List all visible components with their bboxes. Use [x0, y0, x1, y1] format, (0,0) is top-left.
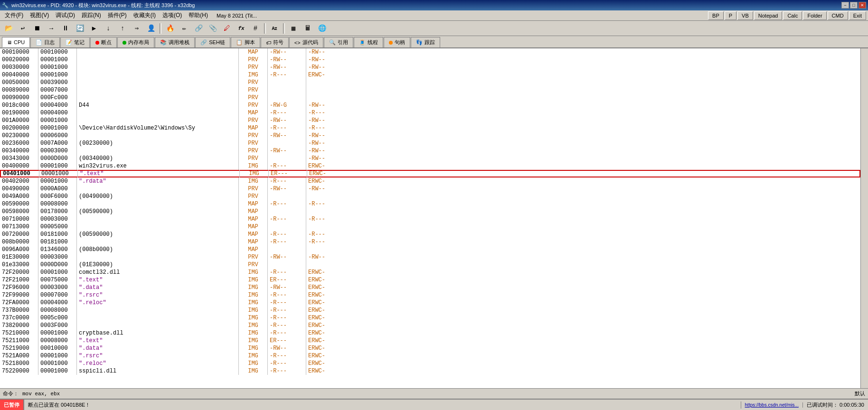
- table-row[interactable]: 01e33000 0000D000 (01E30000) PRV: [0, 261, 860, 269]
- table-row[interactable]: 00050000 00039000 PRV: [0, 79, 860, 86]
- menu-view[interactable]: 视图(V): [27, 10, 52, 20]
- menu-options[interactable]: 选项(O): [160, 10, 185, 20]
- table-row[interactable]: 72F99000 00007000 ".rsrc" IMG -R--- ERWC…: [0, 291, 860, 299]
- toolbar-step-out[interactable]: ↑: [116, 22, 129, 35]
- table-row[interactable]: 00010000 00010000 MAP -RW-- -RW--: [0, 48, 860, 56]
- btn-cmd[interactable]: CMD: [828, 11, 848, 20]
- menu-file[interactable]: 文件(F): [2, 10, 26, 20]
- table-row[interactable]: 00343000 0000D000 (00340000) PRV -RW--: [0, 155, 860, 162]
- btn-p[interactable]: P: [725, 11, 736, 20]
- cmd-input[interactable]: mov eax, ebx: [22, 391, 851, 397]
- table-row[interactable]: 00200000 00001000 \Device\HarddiskVolume…: [0, 124, 860, 132]
- table-row[interactable]: 75219000 00010000 ".data" IMG -RW-- ERWC…: [0, 345, 860, 352]
- table-row[interactable]: 0018c000 00004000 D44 PRV -RW-G -RW--: [0, 102, 860, 109]
- table-row[interactable]: 72F21000 00075000 ".text" IMG ER--- ERWC…: [0, 276, 860, 284]
- table-row[interactable]: 00490000 0000A000 PRV -RW-- -RW--: [0, 185, 860, 193]
- table-row[interactable]: 0049A000 000F6000 (00490000) PRV: [0, 193, 860, 200]
- toolbar-undo[interactable]: ↩: [16, 22, 29, 35]
- table-row[interactable]: 01E30000 00003000 PRV -RW-- -RW--: [0, 253, 860, 261]
- table-row[interactable]: 75220000 00001000 sspicli.dll IMG -R--- …: [0, 367, 860, 375]
- table-row[interactable]: 0096A000 01346000 (008b0000) MAP: [0, 246, 860, 253]
- minimize-button[interactable]: −: [841, 2, 849, 9]
- toolbar-table[interactable]: ▦: [287, 22, 300, 35]
- toolbar-run-to[interactable]: ⇒: [130, 22, 143, 35]
- btn-folder[interactable]: Folder: [803, 11, 826, 20]
- table-row[interactable]: 00190000 00004000 MAP -R--- -R---: [0, 109, 860, 117]
- tab-memory[interactable]: 内存布局: [117, 37, 154, 47]
- table-row[interactable]: 00720000 00181000 (00590000) MAP -R--- -…: [0, 231, 860, 238]
- tab-trace[interactable]: 👣 跟踪: [411, 37, 440, 47]
- menu-debug[interactable]: 调试(D): [53, 10, 78, 20]
- toolbar-refresh[interactable]: 🔄: [73, 22, 86, 35]
- btn-calc[interactable]: Calc: [783, 11, 802, 20]
- table-row[interactable]: 7521A000 00001000 ".rsrc" IMG -R--- ERWC…: [0, 352, 860, 360]
- btn-bp[interactable]: BP: [708, 11, 724, 20]
- table-row[interactable]: 00710000 00003000 MAP -R--- -R---: [0, 215, 860, 223]
- toolbar-hash[interactable]: #: [249, 22, 262, 35]
- scrollbar-panel[interactable]: [860, 48, 868, 388]
- toolbar-erase[interactable]: ✏️: [178, 22, 191, 35]
- table-row[interactable]: 00030000 00001000 PRV -RW-- -RW--: [0, 64, 860, 71]
- tab-callstack[interactable]: 📚 调用堆栈: [155, 37, 195, 47]
- tab-cpu[interactable]: 🖥 CPU: [2, 37, 30, 47]
- toolbar-fire[interactable]: 🔥: [163, 22, 177, 35]
- table-row[interactable]: 72F96000 00003000 ".data" IMG -RW-- ERWC…: [0, 284, 860, 291]
- table-row[interactable]: 72F20000 00001000 comctl32.dll IMG -R---…: [0, 269, 860, 276]
- table-row[interactable]: 73820000 0003F000 IMG -R--- ERWC-: [0, 322, 860, 329]
- table-row[interactable]: 00090000 000Fc000 PRV: [0, 94, 860, 102]
- toolbar-calc[interactable]: 🖩: [301, 22, 314, 35]
- btn-notepad[interactable]: Notepad: [754, 11, 783, 20]
- toolbar-globe[interactable]: 🌐: [315, 22, 329, 35]
- tab-breakpoint[interactable]: 断点: [90, 37, 117, 47]
- toolbar-pause[interactable]: ⏸: [59, 22, 72, 35]
- toolbar-open[interactable]: 📂: [2, 22, 15, 35]
- memory-table[interactable]: 00010000 00010000 MAP -RW-- -RW-- 000200…: [0, 48, 860, 388]
- table-row[interactable]: 75210000 00001000 cryptbase.dll IMG -R--…: [0, 329, 860, 337]
- toolbar-patch[interactable]: 📎: [206, 22, 219, 35]
- status-link[interactable]: https://bbs.csdn.net/mis...: [741, 402, 803, 408]
- menu-trace[interactable]: 跟踪(N): [79, 10, 104, 20]
- table-row[interactable]: 00020000 00001000 PRV -RW-- -RW--: [0, 56, 860, 64]
- table-row[interactable]: 00598000 00178000 (00590000) MAP: [0, 208, 860, 215]
- table-row[interactable]: 72FA0000 00004000 ".reloc" IMG -R--- ERW…: [0, 299, 860, 307]
- table-row[interactable]: 00236000 0007A000 (00230000) PRV -RW--: [0, 140, 860, 147]
- menu-favorites[interactable]: 收藏夹(I): [131, 10, 159, 20]
- toolbar-az[interactable]: Aᴢ: [268, 22, 281, 35]
- table-row[interactable]: 00089000 00007000 PRV: [0, 86, 860, 94]
- tab-reference[interactable]: 🔍 引用: [324, 37, 353, 47]
- table-row[interactable]: 008b0000 00181000 MAP -R--- -R---: [0, 238, 860, 246]
- menu-plugin[interactable]: 插件(P): [105, 10, 130, 20]
- table-row[interactable]: 00590000 00008000 MAP -R--- -R---: [0, 200, 860, 208]
- table-row[interactable]: 00340000 00003000 PRV -RW-- -RW--: [0, 147, 860, 155]
- table-row[interactable]: 737c0000 0005c000 IMG -R--- ERWC-: [0, 314, 860, 322]
- toolbar-pen[interactable]: 🖊: [220, 22, 234, 35]
- toolbar-link[interactable]: 🔗: [192, 22, 205, 35]
- table-row[interactable]: 737B0000 00008000 IMG -R--- ERWC-: [0, 307, 860, 314]
- table-row[interactable]: 00040000 00001000 IMG -R--- ERWC-: [0, 71, 860, 79]
- toolbar-step-in[interactable]: ↓: [102, 22, 115, 35]
- close-button[interactable]: ✕: [859, 2, 866, 9]
- tab-source[interactable]: <> 源代码: [289, 37, 323, 47]
- tab-log[interactable]: 📄 日志: [30, 37, 60, 47]
- toolbar-forward[interactable]: ▶: [87, 22, 101, 35]
- toolbar-fx[interactable]: fx: [235, 22, 248, 35]
- tab-thread[interactable]: 🧵 线程: [354, 37, 383, 47]
- tab-symbol[interactable]: 🏷 符号: [261, 37, 289, 47]
- table-row[interactable]: 00400000 00001000 win32virus.exe IMG -R-…: [0, 162, 860, 170]
- table-row[interactable]: 00713000 00005000 MAP: [0, 223, 860, 231]
- maximize-button[interactable]: □: [850, 2, 858, 9]
- toolbar-stop[interactable]: ⏹: [30, 22, 44, 35]
- table-row[interactable]: 001A0000 00001000 PRV -RW-- -RW--: [0, 117, 860, 124]
- toolbar-next[interactable]: →: [45, 22, 58, 35]
- tab-seh[interactable]: 🔗 SEH链: [195, 37, 230, 47]
- btn-vb[interactable]: VB: [737, 11, 753, 20]
- table-row[interactable]: 75218000 00001000 ".reloc" IMG -R--- ERW…: [0, 360, 860, 367]
- tab-handle[interactable]: 句柄: [384, 37, 410, 47]
- table-row[interactable]: 00402000 00001000 ".rdata" IMG -R--- ERW…: [0, 177, 860, 185]
- tab-note[interactable]: 📝 笔记: [60, 37, 90, 47]
- btn-exit[interactable]: Exit: [849, 11, 866, 20]
- toolbar-user[interactable]: 👤: [144, 22, 158, 35]
- table-row[interactable]: 75211000 00008000 ".text" IMG ER--- ERWC…: [0, 337, 860, 345]
- table-row[interactable]: 00401000 00001000 ".text" IMG ER--- ERWC…: [0, 170, 860, 177]
- table-row[interactable]: 00230000 00006000 PRV -RW-- -RW--: [0, 132, 860, 140]
